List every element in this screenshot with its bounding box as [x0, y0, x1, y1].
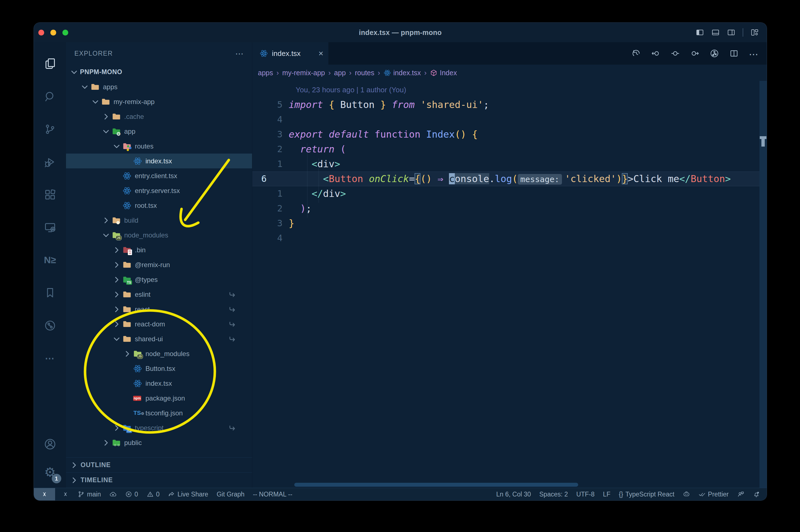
code-line[interactable]: 3export default function Index() { [252, 127, 767, 142]
tree-item--cache[interactable]: .cache [66, 109, 252, 124]
code-line[interactable]: 1 </div> [252, 186, 767, 201]
line-number[interactable]: 3 [252, 127, 289, 142]
section-outline[interactable]: OUTLINE [66, 457, 252, 472]
chevron-down-icon[interactable] [102, 231, 110, 240]
panel-left-icon[interactable] [696, 28, 704, 37]
chevron-right-icon[interactable] [112, 320, 121, 328]
horizontal-scrollbar[interactable] [294, 483, 578, 487]
status-notifications[interactable] [753, 491, 760, 498]
code-line-current[interactable]: 6 <Button onClick={() ⇒ console.log(mess… [252, 171, 767, 186]
line-number[interactable]: 4 [252, 112, 289, 127]
status-copilot[interactable] [683, 491, 690, 498]
status-encoding[interactable]: UTF-8 [576, 491, 594, 498]
activitybar-item-more-views[interactable]: ⋯ [41, 342, 59, 375]
status-live-share[interactable]: Live Share [168, 491, 208, 498]
chevron-right-icon[interactable] [102, 216, 110, 225]
layout-custom-icon[interactable] [750, 28, 759, 37]
status-cursor-position[interactable]: Ln 6, Col 30 [496, 491, 531, 498]
activitybar-item-settings[interactable]: ⚙1 [41, 458, 59, 486]
nav-back-icon[interactable] [651, 49, 661, 58]
chevron-right-icon[interactable] [102, 112, 110, 121]
status-publish[interactable] [109, 491, 117, 498]
close-window-button[interactable] [38, 30, 44, 36]
chevron-down-icon[interactable] [102, 127, 110, 136]
tree-item-button-tsx[interactable]: Button.tsx [66, 361, 252, 376]
chevron-down-icon[interactable] [112, 335, 121, 343]
status-language-mode[interactable]: {}TypeScript React [619, 491, 674, 498]
line-number[interactable]: 1 [252, 186, 289, 201]
section-timeline[interactable]: TIMELINE [66, 472, 252, 488]
tree-item-typescript[interactable]: TStypescript [66, 420, 252, 435]
tree-item-node-modules[interactable]: JSnode_modules [66, 346, 252, 361]
chevron-down-icon[interactable] [70, 68, 78, 76]
chevron-right-icon[interactable] [112, 276, 121, 284]
tree-item-my-remix-app[interactable]: my-remix-app [66, 94, 252, 109]
activitybar-item-accounts[interactable] [41, 430, 59, 458]
breadcrumb-item-index[interactable]: Index [430, 69, 457, 77]
tree-item-entry-client-tsx[interactable]: entry.client.tsx [66, 168, 252, 183]
nav-circle-icon[interactable] [670, 49, 680, 58]
tree-item-react-dom[interactable]: react-dom [66, 317, 252, 331]
branch-circle-icon[interactable] [710, 49, 719, 58]
chevron-down-icon[interactable] [112, 142, 121, 151]
activitybar-item-explorer[interactable] [41, 47, 59, 80]
activitybar-item-nx-console[interactable]: N≥ [41, 244, 59, 277]
tree-item-package-json[interactable]: npmpackage.json [66, 391, 252, 405]
tree-item-index-tsx[interactable]: index.tsx [66, 154, 252, 168]
status-feedback[interactable] [737, 491, 744, 498]
status-remote-indicator[interactable] [62, 491, 69, 498]
chevron-right-icon[interactable] [112, 305, 121, 314]
tree-item-pnpm-mono[interactable]: PNPM-MONO [66, 64, 252, 79]
tree-item--remix-run[interactable]: @remix-run [66, 257, 252, 272]
tree-item-app[interactable]: ⚙app [66, 124, 252, 139]
tree-item-node-modules[interactable]: JSnode_modules [66, 228, 252, 243]
activitybar-item-extensions[interactable] [41, 178, 59, 211]
code-line[interactable]: 1 <div> [252, 157, 767, 171]
chevron-right-icon[interactable] [102, 439, 110, 447]
git-blame-annotation[interactable]: You, 23 hours ago | 1 author (You) [296, 86, 406, 94]
tab-close-icon[interactable]: × [318, 49, 323, 58]
tree-item-build[interactable]: build [66, 213, 252, 228]
line-number[interactable]: 6 [252, 171, 289, 186]
code-line[interactable]: 2 return ( [252, 142, 767, 157]
history-icon[interactable] [631, 49, 641, 58]
activitybar-item-source-control[interactable] [41, 113, 59, 146]
activitybar-item-search[interactable] [41, 80, 59, 113]
activitybar-item-remote-explorer[interactable] [41, 211, 59, 244]
status-eol[interactable]: LF [603, 491, 611, 498]
code-editor[interactable]: You, 23 hours ago | 1 author (You) 5impo… [252, 81, 767, 488]
status-formatter[interactable]: Prettier [699, 491, 729, 498]
tree-item-apps[interactable]: apps [66, 79, 252, 94]
zoom-window-button[interactable] [62, 30, 68, 36]
chevron-right-icon[interactable] [70, 461, 78, 469]
breadcrumb-item-apps[interactable]: apps [258, 69, 273, 77]
tree-item-index-tsx[interactable]: index.tsx [66, 376, 252, 391]
tree-item-shared-ui[interactable]: shared-ui [66, 331, 252, 346]
chevron-right-icon[interactable] [112, 424, 121, 432]
chevron-right-icon[interactable] [112, 261, 121, 269]
status-git-graph[interactable]: Git Graph [216, 491, 245, 498]
line-number[interactable]: 5 [252, 97, 289, 112]
more-icon[interactable]: ⋯ [749, 49, 758, 58]
chevron-down-icon[interactable] [80, 83, 89, 91]
split-icon[interactable] [729, 49, 739, 58]
breadcrumb-item-routes[interactable]: routes [355, 69, 374, 77]
breadcrumb-item-app[interactable]: app [334, 69, 346, 77]
line-number[interactable]: 4 [252, 231, 289, 246]
tab-index-tsx[interactable]: index.tsx × [252, 42, 328, 64]
tree-item-react[interactable]: react [66, 302, 252, 317]
panel-right-icon[interactable] [727, 28, 736, 37]
tree-item-root-tsx[interactable]: root.tsx [66, 198, 252, 213]
status-vim-mode[interactable]: -- NORMAL -- [253, 491, 292, 498]
line-number[interactable]: 1 [252, 157, 289, 171]
code-line[interactable]: 3} [252, 216, 767, 231]
status-errors[interactable]: 0 [125, 491, 138, 498]
minimize-window-button[interactable] [50, 30, 56, 36]
activitybar-item-run-debug[interactable] [41, 146, 59, 178]
vertical-scrollbar[interactable] [759, 81, 767, 488]
activitybar-item-bookmarks[interactable] [41, 277, 59, 309]
code-line[interactable]: 5import { Button } from 'shared-ui'; [252, 97, 767, 112]
breadcrumb-item-my-remix-app[interactable]: my-remix-app [282, 69, 325, 77]
code-line[interactable]: 2 ); [252, 201, 767, 216]
nav-forward-icon[interactable] [690, 49, 700, 58]
